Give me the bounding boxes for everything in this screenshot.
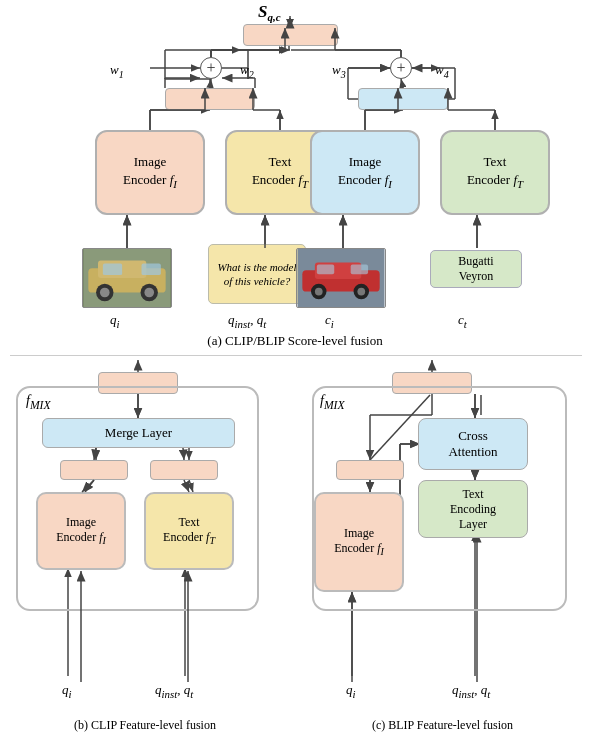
conn-box-b2 [150,460,218,480]
svg-line-22 [401,79,403,88]
vehicle-image [82,248,172,308]
qinst-label-b: qinst, qt [155,682,193,700]
svg-line-16 [210,79,211,88]
score-box-right [358,88,448,110]
svg-point-68 [357,288,365,296]
conn-box-b1 [60,460,128,480]
caption-b: (b) CLIP Feature-level fusion [0,718,290,733]
question-box: What is the model of this vehicle? [208,244,306,304]
caption-a: (a) CLIP/BLIP Score-level fusion [0,333,590,349]
ci-label-a: ci [325,312,334,330]
w2-label: w2 [240,62,254,80]
top-output-box [243,24,338,46]
conn-box-c1 [336,460,404,480]
svg-rect-69 [351,264,368,274]
sub-text-encoder-b: TextEncoder fT [144,492,234,570]
image-encoder-right: ImageEncoder fI [310,130,420,215]
svg-rect-60 [142,264,161,276]
sub-image-encoder-b: ImageEncoder fI [36,492,126,570]
ci-image [296,248,386,308]
cross-attention-box: CrossAttention [418,418,528,470]
merge-layer: Merge Layer [42,418,235,448]
s-label: Sq,c [258,2,281,23]
svg-rect-61 [103,264,122,276]
svg-point-59 [144,288,154,298]
score-box-left [165,88,255,110]
bugatti-box: Bugatti Veyron [430,250,522,288]
text-encoder-right: TextEncoder fT [440,130,550,215]
plus-circle-right: + [390,57,412,79]
plus-circle-left: + [200,57,222,79]
fmix-label-b: fMIX [26,393,51,412]
qi-label-c: qi [346,682,356,700]
qi-label-b: qi [62,682,72,700]
qinst-label-c: qinst, qt [452,682,490,700]
fmix-label-c: fMIX [320,393,345,412]
w4-label: w4 [435,62,449,80]
w3-label: w3 [332,62,346,80]
svg-point-66 [315,288,323,296]
svg-point-57 [100,288,110,298]
svg-rect-70 [317,264,334,274]
image-encoder-left: ImageEncoder fI [95,130,205,215]
section-divider [10,355,582,356]
ct-label-a: ct [458,312,467,330]
qi-label-a: qi [110,312,120,330]
text-encoding-layer-box: TextEncodingLayer [418,480,528,538]
qinst-label-a: qinst, qt [228,312,266,330]
w1-label: w1 [110,62,124,80]
image-encoder-c: ImageEncoder fI [314,492,404,592]
caption-c: (c) BLIP Feature-level fusion [295,718,590,733]
